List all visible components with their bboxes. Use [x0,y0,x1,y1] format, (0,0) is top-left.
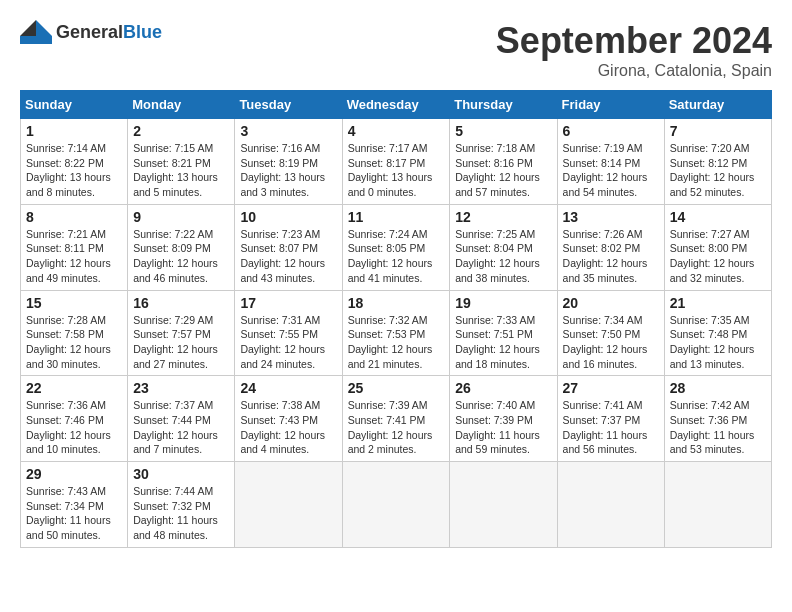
cell-info: Sunrise: 7:17 AMSunset: 8:17 PMDaylight:… [348,141,445,200]
day-number: 2 [133,123,229,139]
day-number: 6 [563,123,659,139]
calendar-cell: 27Sunrise: 7:41 AMSunset: 7:37 PMDayligh… [557,376,664,462]
cell-info: Sunrise: 7:29 AMSunset: 7:57 PMDaylight:… [133,313,229,372]
day-number: 15 [26,295,122,311]
day-number: 20 [563,295,659,311]
calendar-cell [235,462,342,548]
cell-info: Sunrise: 7:18 AMSunset: 8:16 PMDaylight:… [455,141,551,200]
calendar-cell [557,462,664,548]
calendar-cell: 3Sunrise: 7:16 AMSunset: 8:19 PMDaylight… [235,119,342,205]
cell-info: Sunrise: 7:19 AMSunset: 8:14 PMDaylight:… [563,141,659,200]
day-number: 22 [26,380,122,396]
cell-info: Sunrise: 7:35 AMSunset: 7:48 PMDaylight:… [670,313,766,372]
calendar-cell: 18Sunrise: 7:32 AMSunset: 7:53 PMDayligh… [342,290,450,376]
logo-text-blue: Blue [123,22,162,42]
cell-info: Sunrise: 7:23 AMSunset: 8:07 PMDaylight:… [240,227,336,286]
calendar-cell: 20Sunrise: 7:34 AMSunset: 7:50 PMDayligh… [557,290,664,376]
svg-marker-0 [36,20,52,36]
calendar-cell: 13Sunrise: 7:26 AMSunset: 8:02 PMDayligh… [557,204,664,290]
calendar-cell [450,462,557,548]
day-number: 23 [133,380,229,396]
day-number: 26 [455,380,551,396]
day-number: 16 [133,295,229,311]
cell-info: Sunrise: 7:14 AMSunset: 8:22 PMDaylight:… [26,141,122,200]
day-number: 11 [348,209,445,225]
day-number: 28 [670,380,766,396]
day-number: 19 [455,295,551,311]
calendar-week-2: 8Sunrise: 7:21 AMSunset: 8:11 PMDaylight… [21,204,772,290]
cell-info: Sunrise: 7:31 AMSunset: 7:55 PMDaylight:… [240,313,336,372]
day-header-saturday: Saturday [664,91,771,119]
cell-info: Sunrise: 7:37 AMSunset: 7:44 PMDaylight:… [133,398,229,457]
day-header-friday: Friday [557,91,664,119]
calendar-cell: 12Sunrise: 7:25 AMSunset: 8:04 PMDayligh… [450,204,557,290]
cell-info: Sunrise: 7:16 AMSunset: 8:19 PMDaylight:… [240,141,336,200]
calendar-cell [664,462,771,548]
calendar-cell: 29Sunrise: 7:43 AMSunset: 7:34 PMDayligh… [21,462,128,548]
title-area: September 2024 Girona, Catalonia, Spain [496,20,772,80]
calendar-cell: 28Sunrise: 7:42 AMSunset: 7:36 PMDayligh… [664,376,771,462]
day-number: 9 [133,209,229,225]
cell-info: Sunrise: 7:21 AMSunset: 8:11 PMDaylight:… [26,227,122,286]
calendar-cell [342,462,450,548]
day-number: 25 [348,380,445,396]
svg-rect-2 [20,36,52,44]
calendar-cell: 6Sunrise: 7:19 AMSunset: 8:14 PMDaylight… [557,119,664,205]
day-number: 1 [26,123,122,139]
calendar-cell: 7Sunrise: 7:20 AMSunset: 8:12 PMDaylight… [664,119,771,205]
calendar-cell: 26Sunrise: 7:40 AMSunset: 7:39 PMDayligh… [450,376,557,462]
logo: GeneralBlue [20,20,162,44]
cell-info: Sunrise: 7:39 AMSunset: 7:41 PMDaylight:… [348,398,445,457]
calendar-cell: 21Sunrise: 7:35 AMSunset: 7:48 PMDayligh… [664,290,771,376]
calendar-cell: 16Sunrise: 7:29 AMSunset: 7:57 PMDayligh… [128,290,235,376]
day-number: 4 [348,123,445,139]
calendar-cell: 15Sunrise: 7:28 AMSunset: 7:58 PMDayligh… [21,290,128,376]
day-number: 13 [563,209,659,225]
calendar-week-4: 22Sunrise: 7:36 AMSunset: 7:46 PMDayligh… [21,376,772,462]
cell-info: Sunrise: 7:43 AMSunset: 7:34 PMDaylight:… [26,484,122,543]
day-number: 14 [670,209,766,225]
cell-info: Sunrise: 7:40 AMSunset: 7:39 PMDaylight:… [455,398,551,457]
cell-info: Sunrise: 7:42 AMSunset: 7:36 PMDaylight:… [670,398,766,457]
day-number: 3 [240,123,336,139]
day-number: 12 [455,209,551,225]
calendar-cell: 9Sunrise: 7:22 AMSunset: 8:09 PMDaylight… [128,204,235,290]
cell-info: Sunrise: 7:41 AMSunset: 7:37 PMDaylight:… [563,398,659,457]
calendar-cell: 10Sunrise: 7:23 AMSunset: 8:07 PMDayligh… [235,204,342,290]
cell-info: Sunrise: 7:32 AMSunset: 7:53 PMDaylight:… [348,313,445,372]
cell-info: Sunrise: 7:20 AMSunset: 8:12 PMDaylight:… [670,141,766,200]
location-subtitle: Girona, Catalonia, Spain [496,62,772,80]
day-number: 10 [240,209,336,225]
day-header-tuesday: Tuesday [235,91,342,119]
day-number: 5 [455,123,551,139]
day-number: 18 [348,295,445,311]
calendar-header-row: SundayMondayTuesdayWednesdayThursdayFrid… [21,91,772,119]
calendar-week-1: 1Sunrise: 7:14 AMSunset: 8:22 PMDaylight… [21,119,772,205]
logo-text-general: General [56,22,123,42]
calendar-cell: 1Sunrise: 7:14 AMSunset: 8:22 PMDaylight… [21,119,128,205]
svg-marker-1 [20,20,36,36]
calendar-cell: 4Sunrise: 7:17 AMSunset: 8:17 PMDaylight… [342,119,450,205]
calendar-cell: 5Sunrise: 7:18 AMSunset: 8:16 PMDaylight… [450,119,557,205]
cell-info: Sunrise: 7:33 AMSunset: 7:51 PMDaylight:… [455,313,551,372]
page-header: GeneralBlue September 2024 Girona, Catal… [20,20,772,80]
cell-info: Sunrise: 7:38 AMSunset: 7:43 PMDaylight:… [240,398,336,457]
calendar-cell: 23Sunrise: 7:37 AMSunset: 7:44 PMDayligh… [128,376,235,462]
day-header-monday: Monday [128,91,235,119]
calendar-cell: 25Sunrise: 7:39 AMSunset: 7:41 PMDayligh… [342,376,450,462]
calendar-cell: 19Sunrise: 7:33 AMSunset: 7:51 PMDayligh… [450,290,557,376]
cell-info: Sunrise: 7:27 AMSunset: 8:00 PMDaylight:… [670,227,766,286]
cell-info: Sunrise: 7:36 AMSunset: 7:46 PMDaylight:… [26,398,122,457]
calendar-cell: 11Sunrise: 7:24 AMSunset: 8:05 PMDayligh… [342,204,450,290]
day-number: 24 [240,380,336,396]
day-number: 8 [26,209,122,225]
calendar-cell: 22Sunrise: 7:36 AMSunset: 7:46 PMDayligh… [21,376,128,462]
calendar-cell: 14Sunrise: 7:27 AMSunset: 8:00 PMDayligh… [664,204,771,290]
day-number: 29 [26,466,122,482]
day-number: 17 [240,295,336,311]
cell-info: Sunrise: 7:22 AMSunset: 8:09 PMDaylight:… [133,227,229,286]
day-header-wednesday: Wednesday [342,91,450,119]
cell-info: Sunrise: 7:26 AMSunset: 8:02 PMDaylight:… [563,227,659,286]
cell-info: Sunrise: 7:25 AMSunset: 8:04 PMDaylight:… [455,227,551,286]
calendar-week-3: 15Sunrise: 7:28 AMSunset: 7:58 PMDayligh… [21,290,772,376]
